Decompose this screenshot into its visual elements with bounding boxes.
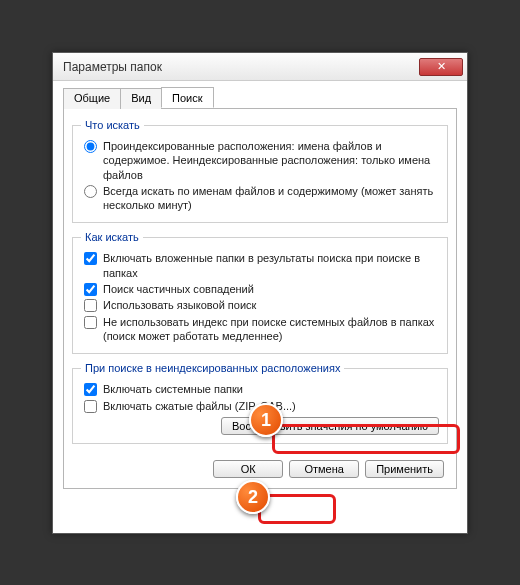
group-what-legend: Что искать	[81, 119, 144, 131]
check-include-subfolders[interactable]	[84, 252, 97, 265]
tab-strip: Общие Вид Поиск	[63, 87, 457, 109]
close-button[interactable]: ✕	[419, 58, 463, 76]
tab-search[interactable]: Поиск	[161, 87, 213, 108]
radio-indexed-label[interactable]: Проиндексированные расположения: имена ф…	[103, 139, 439, 182]
tab-general[interactable]: Общие	[63, 88, 121, 109]
window-content: Общие Вид Поиск Что искать Проиндексиров…	[53, 81, 467, 499]
check-partial-matches[interactable]	[84, 283, 97, 296]
radio-always-search[interactable]	[84, 185, 97, 198]
check-natural-language[interactable]	[84, 299, 97, 312]
titlebar[interactable]: Параметры папок ✕	[53, 53, 467, 81]
group-nonindexed: При поиске в неиндексированных расположе…	[72, 362, 448, 444]
tab-panel-search: Что искать Проиндексированные расположен…	[63, 109, 457, 489]
check-nlq-label[interactable]: Использовать языковой поиск	[103, 298, 439, 312]
radio-always-label[interactable]: Всегда искать по именам файлов и содержи…	[103, 184, 439, 213]
tab-view[interactable]: Вид	[120, 88, 162, 109]
close-icon: ✕	[437, 60, 446, 73]
window-title: Параметры папок	[63, 60, 419, 74]
group-nonindexed-legend: При поиске в неиндексированных расположе…	[81, 362, 344, 374]
check-compressed-label[interactable]: Включать сжатые файлы (ZIP, CAB...)	[103, 399, 439, 413]
check-subfolders-label[interactable]: Включать вложенные папки в результаты по…	[103, 251, 439, 280]
restore-defaults-button[interactable]: Восстановить значения по умолчанию	[221, 417, 439, 435]
check-compressed-files[interactable]	[84, 400, 97, 413]
check-partial-label[interactable]: Поиск частичных совпадений	[103, 282, 439, 296]
check-system-label[interactable]: Включать системные папки	[103, 382, 439, 396]
cancel-button[interactable]: Отмена	[289, 460, 359, 478]
folder-options-window: Параметры папок ✕ Общие Вид Поиск Что ис…	[52, 52, 468, 534]
group-how-legend: Как искать	[81, 231, 143, 243]
radio-indexed-locations[interactable]	[84, 140, 97, 153]
check-noindex-label[interactable]: Не использовать индекс при поиске систем…	[103, 315, 439, 344]
ok-button[interactable]: ОК	[213, 460, 283, 478]
group-what-to-search: Что искать Проиндексированные расположен…	[72, 119, 448, 223]
group-how-to-search: Как искать Включать вложенные папки в ре…	[72, 231, 448, 354]
apply-button[interactable]: Применить	[365, 460, 444, 478]
check-system-folders[interactable]	[84, 383, 97, 396]
dialog-footer: ОК Отмена Применить	[72, 452, 448, 480]
check-no-index[interactable]	[84, 316, 97, 329]
